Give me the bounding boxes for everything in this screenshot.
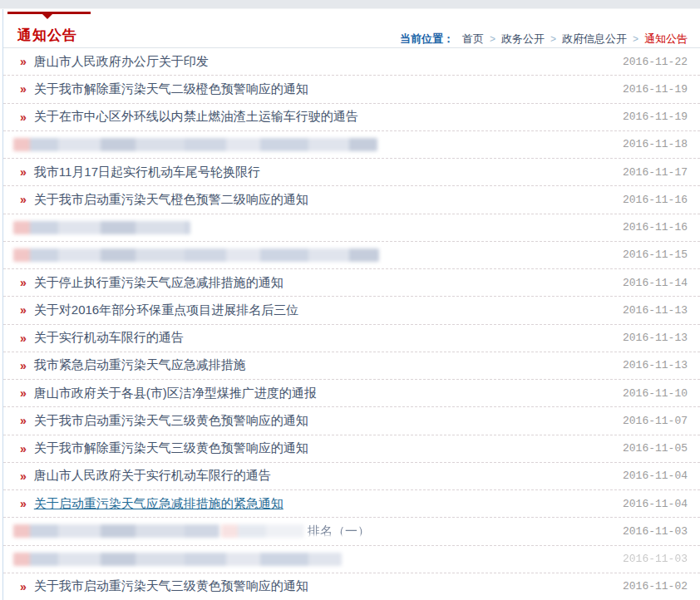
- breadcrumb: 当前位置：首页>政务公开>政府信息公开>通知公告: [400, 32, 688, 47]
- breadcrumb-separator-icon: >: [490, 33, 495, 45]
- notice-date: 2016-11-03: [623, 553, 688, 565]
- list-item: »唐山市人民政府办公厅关于印发2016-11-22: [3, 48, 700, 76]
- double-arrow-icon: »: [20, 443, 27, 455]
- list-item: »我市11月17日起实行机动车尾号轮换限行2016-11-17: [3, 159, 700, 186]
- notice-date: 2016-11-04: [623, 498, 688, 510]
- list-item: »关于实行机动车限行的通告2016-11-13: [3, 325, 700, 352]
- breadcrumb-item-4: 通知公告: [644, 32, 688, 45]
- list-item: »关于停止执行重污染天气应急减排措施的通知2016-11-14: [3, 269, 700, 297]
- notice-link[interactable]: 关于我市解除重污染天气二级橙色预警响应的通知: [34, 81, 308, 97]
- notice-link[interactable]: 我市11月17日起实行机动车尾号轮换限行: [34, 165, 260, 180]
- notice-date: 2016-11-17: [623, 166, 688, 179]
- double-arrow-icon: »: [20, 56, 27, 67]
- redacted-notice-bar[interactable]: [221, 524, 304, 538]
- list-item: 2016-11-18: [3, 131, 700, 159]
- notice-link[interactable]: 关于我市解除重污染天气三级黄色预警响应的通知: [34, 440, 308, 456]
- notice-link[interactable]: 唐山市人民政府办公厅关于印发: [34, 54, 209, 70]
- list-item: »关于我市启动重污染天气三级黄色预警响应的通知2016-11-07: [3, 407, 700, 435]
- list-item: »唐山市人民政府关于实行机动车限行的通告2016-11-04: [3, 463, 700, 490]
- notice-date: 2016-11-04: [623, 470, 688, 482]
- page-top-strip: [0, 0, 700, 9]
- breadcrumb-separator-icon: >: [633, 33, 638, 45]
- notice-link[interactable]: 关于我市启动重污染天气三级黄色预警响应的通知: [34, 578, 308, 594]
- notice-link[interactable]: 唐山市政府关于各县(市)区洁净型煤推广进度的通报: [34, 386, 317, 401]
- list-item: »关于在市中心区外环线以内禁止燃油渣土运输车行驶的通告2016-11-19: [3, 104, 700, 131]
- double-arrow-icon: »: [20, 415, 27, 426]
- notice-date: 2016-11-05: [623, 442, 688, 455]
- double-arrow-icon: »: [20, 194, 27, 205]
- notice-list: »唐山市人民政府办公厅关于印发2016-11-22»关于我市解除重污染天气二级橙…: [3, 48, 700, 600]
- double-arrow-icon: »: [20, 277, 27, 288]
- double-arrow-icon: »: [20, 83, 27, 95]
- content-panel: 通知公告 当前位置：首页>政务公开>政府信息公开>通知公告 »唐山市人民政府办公…: [2, 9, 700, 600]
- tab-indicator-line: [7, 12, 91, 14]
- list-item: »关于我市启动重污染天气三级黄色预警响应的通知2016-11-02: [3, 573, 700, 600]
- notice-date: 2016-11-15: [623, 248, 688, 261]
- notice-link[interactable]: 关于实行机动车限行的通告: [34, 330, 184, 346]
- double-arrow-icon: »: [20, 387, 27, 399]
- list-item: »关于启动重污染天气应急减排措施的紧急通知2016-11-04: [3, 490, 700, 518]
- double-arrow-icon: »: [20, 111, 27, 123]
- list-item: 2016-11-15: [3, 242, 700, 269]
- breadcrumb-item-2[interactable]: 政务公开: [501, 32, 545, 45]
- notice-date: 2016-11-16: [623, 194, 688, 206]
- notice-date: 2016-11-19: [623, 83, 688, 96]
- redacted-notice-bar[interactable]: [13, 138, 377, 151]
- list-item: »我市紧急启动重污染天气应急减排措施2016-11-13: [3, 352, 700, 380]
- double-arrow-icon: »: [20, 360, 27, 371]
- list-item: »关于我市解除重污染天气二级橙色预警响应的通知2016-11-19: [3, 76, 700, 103]
- redacted-notice-bar[interactable]: [13, 248, 379, 262]
- notice-link[interactable]: 关于在市中心区外环线以内禁止燃油渣土运输车行驶的通告: [34, 109, 358, 125]
- redacted-notice-bar[interactable]: [13, 553, 342, 566]
- notice-link[interactable]: 我市紧急启动重污染天气应急减排措施: [34, 357, 246, 373]
- notice-date: 2016-11-07: [623, 415, 688, 427]
- double-arrow-icon: »: [20, 304, 27, 316]
- list-item: »关于我市解除重污染天气三级黄色预警响应的通知2016-11-05: [3, 435, 700, 463]
- list-item: »关于我市启动重污染天气橙色预警二级响应的通知2016-11-16: [3, 186, 700, 214]
- list-item: 排名（一）2016-11-03: [3, 518, 700, 545]
- notice-link[interactable]: 唐山市人民政府关于实行机动车限行的通告: [34, 468, 271, 484]
- notice-link[interactable]: 关于停止执行重污染天气应急减排措施的通知: [34, 275, 283, 291]
- notice-date: 2016-11-03: [623, 525, 688, 538]
- notice-date: 2016-11-13: [623, 332, 688, 344]
- redacted-notice-bar[interactable]: [13, 524, 219, 538]
- notice-date: 2016-11-13: [623, 359, 688, 371]
- breadcrumb-separator-icon: >: [550, 33, 556, 45]
- double-arrow-icon: »: [20, 166, 27, 178]
- breadcrumb-label: 当前位置：: [400, 32, 454, 45]
- list-item: »关于对2016年部分环保重点项目进展排名后三位2016-11-13: [3, 297, 700, 324]
- notice-link[interactable]: 关于我市启动重污染天气三级黄色预警响应的通知: [34, 413, 308, 429]
- list-item: »唐山市政府关于各县(市)区洁净型煤推广进度的通报2016-11-10: [3, 380, 700, 407]
- notice-link[interactable]: 关于对2016年部分环保重点项目进展排名后三位: [34, 302, 298, 318]
- double-arrow-icon: »: [20, 332, 27, 344]
- notice-date: 2016-11-14: [623, 277, 688, 289]
- notice-date: 2016-11-10: [623, 387, 688, 400]
- notice-date: 2016-11-02: [623, 580, 688, 593]
- breadcrumb-items: 首页>政务公开>政府信息公开>通知公告: [462, 32, 688, 45]
- partially-visible-text: 排名（一）: [308, 524, 370, 539]
- list-item: 2016-11-03: [3, 546, 700, 573]
- breadcrumb-item-1[interactable]: 首页: [462, 32, 484, 45]
- notice-date: 2016-11-22: [623, 56, 688, 68]
- list-item: 2016-11-16: [3, 214, 700, 242]
- page-title: 通知公告: [17, 26, 77, 45]
- section-header: 通知公告 当前位置：首页>政务公开>政府信息公开>通知公告: [3, 9, 700, 48]
- double-arrow-icon: »: [20, 498, 27, 509]
- notice-link[interactable]: 关于启动重污染天气应急减排措施的紧急通知: [34, 496, 283, 512]
- notice-link[interactable]: 关于我市启动重污染天气橙色预警二级响应的通知: [34, 192, 308, 208]
- breadcrumb-item-3[interactable]: 政府信息公开: [562, 32, 627, 45]
- double-arrow-icon: »: [20, 470, 27, 482]
- notice-date: 2016-11-18: [623, 138, 688, 150]
- redacted-notice-bar[interactable]: [13, 221, 190, 234]
- notice-date: 2016-11-13: [623, 304, 688, 317]
- notice-date: 2016-11-16: [623, 221, 688, 234]
- double-arrow-icon: »: [20, 581, 27, 593]
- notice-date: 2016-11-19: [623, 111, 688, 123]
